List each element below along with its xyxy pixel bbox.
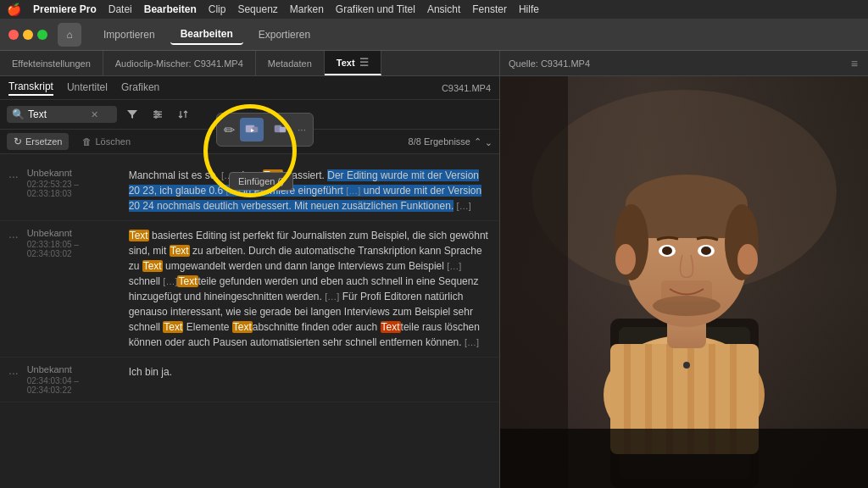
- svg-point-30: [662, 247, 672, 255]
- replace-icon: ↻: [14, 136, 22, 147]
- replace-button[interactable]: ↻ Ersetzen: [7, 133, 69, 150]
- entry-time: 02:32:53:23 – 02:33:18:03: [27, 180, 120, 198]
- insert-cut-button[interactable]: [269, 118, 292, 141]
- svg-point-8: [158, 114, 159, 115]
- menu-clip[interactable]: Clip: [209, 3, 226, 15]
- tab-effekteinstellungen[interactable]: Effekteinstellungen: [0, 51, 103, 75]
- settings-button[interactable]: [147, 104, 168, 125]
- menu-bar: 🍎 Premiere Pro Datei Bearbeiten Clip Seq…: [0, 0, 868, 19]
- trash-icon: 🗑: [82, 136, 92, 147]
- text-highlight: Text: [129, 230, 149, 241]
- entry-speaker: Unbekannt: [27, 364, 120, 374]
- entry-time: 02:33:18:05 – 02:34:03:02: [27, 240, 120, 258]
- subtab-transkript[interactable]: Transkript: [8, 80, 53, 96]
- svg-point-7: [155, 111, 157, 113]
- subtab-bar: Transkript Untertitel Grafiken C9341.MP4: [0, 76, 499, 100]
- entry-text[interactable]: Manchmal ist es so, […] dass Text passie…: [129, 168, 491, 214]
- search-input[interactable]: [28, 108, 87, 120]
- menu-ansicht[interactable]: Ansicht: [427, 3, 460, 15]
- svg-point-9: [155, 116, 157, 118]
- tab-bar: Effekteinstellungen Audioclip-Mischer: C…: [0, 51, 499, 76]
- subtab-grafiken[interactable]: Grafiken: [121, 81, 159, 95]
- text-highlight: Text: [177, 275, 198, 287]
- insert-button[interactable]: Einfügen (): [229, 172, 293, 191]
- traffic-lights: [8, 30, 47, 40]
- menu-fenster[interactable]: Fenster: [472, 3, 507, 15]
- entry-menu-dots[interactable]: ···: [8, 169, 19, 214]
- text-highlight: Text: [163, 321, 183, 333]
- svg-point-37: [683, 362, 690, 369]
- entry-text[interactable]: Text basiertes Editing ist perfekt für J…: [129, 228, 491, 350]
- right-panel-header: Quelle: C9341.MP4 ≡: [500, 51, 868, 76]
- svg-rect-36: [661, 280, 712, 302]
- search-input-wrap: 🔍 ✕: [7, 106, 117, 123]
- menu-bearbeiten[interactable]: Bearbeiten: [144, 3, 197, 15]
- svg-rect-3: [280, 127, 286, 132]
- toolbar-overlay: ✏ ···: [216, 113, 314, 147]
- left-panel: Effekteinstellungen Audioclip-Mischer: C…: [0, 51, 500, 488]
- apple-menu[interactable]: 🍎: [7, 3, 21, 16]
- menu-sequenz[interactable]: Sequenz: [237, 3, 277, 15]
- search-icon: 🔍: [12, 108, 25, 120]
- replace-label: Ersetzen: [25, 136, 62, 147]
- transcript-content: ··· Unbekannt 02:32:53:23 – 02:33:18:03 …: [0, 154, 499, 488]
- main-layout: Effekteinstellungen Audioclip-Mischer: C…: [0, 51, 868, 488]
- menu-marken[interactable]: Marken: [290, 3, 324, 15]
- svg-rect-38: [500, 76, 568, 488]
- video-preview: [500, 76, 868, 488]
- entry-meta: Unbekannt 02:32:53:23 – 02:33:18:03: [27, 168, 120, 214]
- svg-rect-39: [500, 429, 868, 488]
- transcript-entry: ··· Unbekannt 02:34:03:04 – 02:34:03:22 …: [0, 358, 499, 402]
- import-button[interactable]: Importieren: [93, 25, 165, 44]
- tab-metadaten[interactable]: Metadaten: [256, 51, 325, 75]
- subtab-untertitel[interactable]: Untertitel: [67, 81, 108, 95]
- ellipsis: […]: [457, 201, 471, 211]
- tab-text[interactable]: Text ☰: [325, 51, 381, 75]
- tab-text-label: Text: [337, 58, 355, 68]
- selected-segment: Der Editing wurde mit der Version 20 23,…: [129, 169, 482, 212]
- menu-datei[interactable]: Datei: [108, 3, 132, 15]
- sort-button[interactable]: [173, 104, 193, 125]
- insert-sequence-button[interactable]: [240, 118, 264, 141]
- menu-grafiken[interactable]: Grafiken und Titel: [336, 3, 415, 15]
- entry-meta: Unbekannt 02:33:18:05 – 02:34:03:02: [27, 228, 120, 350]
- entry-text[interactable]: Ich bin ja.: [129, 364, 491, 395]
- nav-up-icon[interactable]: ⌃: [474, 136, 481, 147]
- text-highlight: Text: [142, 260, 163, 272]
- source-menu-icon[interactable]: ≡: [851, 57, 860, 70]
- minimize-button[interactable]: [23, 30, 33, 40]
- entry-meta: Unbekannt 02:34:03:04 – 02:34:03:22: [27, 364, 120, 395]
- right-panel: Quelle: C9341.MP4 ≡: [500, 51, 868, 488]
- entry-menu-dots[interactable]: ···: [8, 366, 19, 395]
- delete-label: Löschen: [95, 136, 131, 147]
- svg-point-32: [701, 247, 711, 255]
- entry-menu-dots[interactable]: ···: [8, 230, 19, 350]
- app-name: Premiere Pro: [33, 3, 97, 15]
- edit-button[interactable]: Bearbeiten: [170, 25, 243, 45]
- menu-hilfe[interactable]: Hilfe: [519, 3, 539, 15]
- filename-label: C9341.MP4: [442, 83, 491, 93]
- filter-button[interactable]: [122, 104, 142, 125]
- svg-rect-1: [253, 127, 258, 132]
- source-label: Quelle: C9341.MP4: [509, 58, 590, 69]
- delete-button[interactable]: 🗑 Löschen: [75, 134, 137, 149]
- more-options-icon[interactable]: ···: [298, 124, 306, 136]
- export-button[interactable]: Exportieren: [248, 25, 320, 44]
- nav-down-icon[interactable]: ⌃: [485, 136, 492, 147]
- entry-time: 02:34:03:04 – 02:34:03:22: [27, 376, 120, 395]
- fullscreen-button[interactable]: [37, 30, 47, 40]
- tab-menu-icon[interactable]: ☰: [359, 57, 369, 69]
- top-toolbar: ⌂ Importieren Bearbeiten Exportieren: [0, 19, 868, 51]
- entry-speaker: Unbekannt: [27, 228, 120, 238]
- transcript-entry: ··· Unbekannt 02:33:18:05 – 02:34:03:02 …: [0, 221, 499, 358]
- text-highlight-red: Text: [381, 321, 401, 333]
- svg-point-33: [615, 244, 636, 274]
- search-clear-button[interactable]: ✕: [91, 109, 98, 120]
- pencil-icon[interactable]: ✏: [224, 122, 235, 138]
- entry-speaker: Unbekannt: [27, 168, 120, 178]
- results-count: 8/8 Ergebnisse ⌃ ⌃: [409, 136, 492, 147]
- home-button[interactable]: ⌂: [58, 23, 81, 47]
- svg-point-34: [737, 244, 758, 274]
- tab-audioclip[interactable]: Audioclip-Mischer: C9341.MP4: [103, 51, 256, 75]
- close-button[interactable]: [8, 30, 19, 40]
